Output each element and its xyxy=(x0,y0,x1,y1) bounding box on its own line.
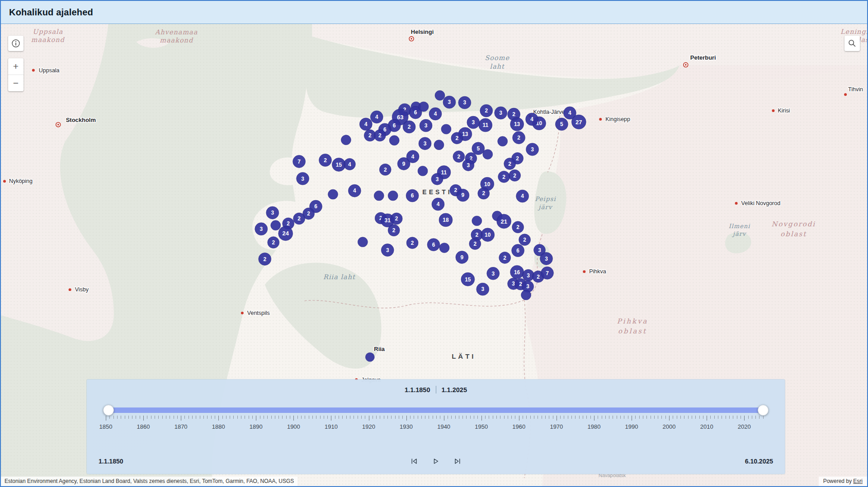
cluster-marker[interactable] xyxy=(498,136,508,146)
tick-mark xyxy=(342,416,343,419)
cluster-marker[interactable]: 2 xyxy=(519,234,531,246)
cluster-marker[interactable]: 3 xyxy=(419,137,431,150)
cluster-marker[interactable]: 10 xyxy=(481,228,495,242)
cluster-marker[interactable]: 2 xyxy=(403,121,415,133)
cluster-marker[interactable]: 24 xyxy=(278,226,293,241)
step-back-button[interactable] xyxy=(407,454,421,468)
play-button[interactable] xyxy=(429,454,443,468)
cluster-marker[interactable] xyxy=(358,237,368,247)
cluster-marker[interactable]: 2 xyxy=(391,213,402,225)
slider-track[interactable] xyxy=(106,407,766,413)
cluster-marker[interactable]: 3 xyxy=(266,206,279,219)
cluster-marker[interactable]: 2 xyxy=(379,164,391,175)
cluster-marker[interactable] xyxy=(341,135,351,145)
cluster-marker[interactable] xyxy=(483,150,493,159)
slider-thumb-end[interactable] xyxy=(758,405,769,416)
cluster-marker[interactable]: 3 xyxy=(467,116,480,129)
cluster-marker[interactable]: 2 xyxy=(268,237,279,248)
cluster-marker[interactable]: 16 xyxy=(510,265,524,279)
cluster-marker[interactable] xyxy=(388,191,398,201)
cluster-marker[interactable]: 2 xyxy=(509,169,521,181)
cluster-marker[interactable]: 15 xyxy=(461,272,475,286)
cluster-marker[interactable]: 4 xyxy=(432,198,444,211)
cluster-marker[interactable]: 3 xyxy=(526,143,539,156)
cluster-marker[interactable]: 4 xyxy=(370,111,383,123)
cluster-marker[interactable] xyxy=(434,140,444,150)
cluster-marker[interactable]: 3 xyxy=(420,119,432,132)
zoom-out-button[interactable]: − xyxy=(8,75,24,91)
cluster-marker[interactable]: 3 xyxy=(495,107,507,119)
map-container[interactable]: UppsalamaakondAhvenamaamaakondSoomelahtL… xyxy=(1,23,867,486)
cluster-marker[interactable]: 5 xyxy=(555,118,568,131)
esri-link[interactable]: Esri xyxy=(853,478,863,484)
cluster-marker[interactable]: 9 xyxy=(457,189,469,201)
cluster-marker[interactable] xyxy=(365,352,374,361)
tick-mark xyxy=(113,416,114,419)
cluster-marker[interactable] xyxy=(472,216,482,226)
cluster-marker[interactable] xyxy=(271,220,281,230)
cluster-marker[interactable]: 5 xyxy=(472,142,485,155)
cluster-marker[interactable]: 7 xyxy=(293,155,306,168)
cluster-marker[interactable]: 2 xyxy=(388,225,400,236)
slider-thumb-start[interactable] xyxy=(103,405,114,416)
cluster-marker[interactable]: 2 xyxy=(499,252,511,264)
cluster-marker[interactable]: 4 xyxy=(526,113,538,126)
cluster-marker[interactable]: 2 xyxy=(504,158,516,170)
zoom-in-button[interactable]: + xyxy=(8,58,24,75)
cluster-marker[interactable]: 13 xyxy=(510,117,524,131)
cluster-marker[interactable]: 6 xyxy=(427,239,440,251)
cluster-marker[interactable] xyxy=(441,124,451,134)
tick-year-label: 2020 xyxy=(738,423,751,430)
cluster-marker[interactable]: 27 xyxy=(571,115,586,129)
cluster-marker[interactable]: 6 xyxy=(406,189,419,202)
cluster-marker[interactable]: 2 xyxy=(480,104,493,117)
cluster-marker[interactable]: 3 xyxy=(476,283,489,295)
cluster-marker[interactable] xyxy=(328,189,338,199)
cluster-marker[interactable]: 3 xyxy=(540,253,553,265)
cluster-marker[interactable]: 3 xyxy=(443,96,456,108)
cluster-marker[interactable] xyxy=(439,243,449,253)
cluster-marker[interactable]: 4 xyxy=(348,184,361,197)
cluster-marker[interactable]: 9 xyxy=(456,251,468,264)
step-forward-button[interactable] xyxy=(451,454,464,468)
cluster-marker[interactable]: 4 xyxy=(359,118,372,131)
cluster-marker[interactable]: 2 xyxy=(498,171,510,183)
cluster-marker[interactable]: 4 xyxy=(406,150,419,163)
cluster-marker[interactable] xyxy=(418,166,428,176)
cluster-marker[interactable]: 6 xyxy=(512,244,524,257)
cluster-marker[interactable]: 2 xyxy=(406,237,418,249)
cluster-marker[interactable]: 3 xyxy=(255,223,268,235)
cluster-marker[interactable]: 2 xyxy=(374,130,386,141)
cluster-marker[interactable]: 4 xyxy=(516,190,529,202)
cluster-marker[interactable]: 2 xyxy=(259,253,271,266)
cluster-marker[interactable]: 2 xyxy=(512,221,524,233)
cluster-marker[interactable]: 3 xyxy=(431,173,443,185)
cluster-marker[interactable]: 3 xyxy=(487,267,500,280)
cluster-marker[interactable]: 4 xyxy=(344,159,355,170)
cluster-marker[interactable]: 3 xyxy=(297,172,309,185)
cluster-marker[interactable]: 2 xyxy=(513,131,525,144)
cluster-marker[interactable]: 18 xyxy=(439,213,453,227)
cluster-marker[interactable]: 21 xyxy=(497,214,511,229)
cluster-marker[interactable]: 2 xyxy=(319,154,332,167)
cluster-marker[interactable]: 3 xyxy=(458,96,471,109)
cluster-marker[interactable] xyxy=(435,90,445,100)
cluster-marker[interactable]: 3 xyxy=(381,244,394,257)
cluster-marker[interactable]: 2 xyxy=(478,187,490,199)
info-button[interactable] xyxy=(8,36,24,51)
tick-mark xyxy=(226,416,226,419)
cluster-marker[interactable] xyxy=(374,191,384,201)
cluster-marker[interactable]: 11 xyxy=(479,118,492,132)
cluster-marker[interactable]: 2 xyxy=(293,213,305,225)
cluster-marker[interactable]: 2 xyxy=(453,151,465,163)
cluster-marker[interactable]: 2 xyxy=(469,238,481,250)
cluster-marker[interactable] xyxy=(419,102,429,112)
cluster-marker[interactable]: 4 xyxy=(429,108,442,120)
cluster-marker[interactable]: 2 xyxy=(451,132,463,144)
cluster-marker[interactable] xyxy=(389,136,399,145)
cluster-marker[interactable] xyxy=(521,290,531,300)
cluster-marker[interactable]: 7 xyxy=(541,267,554,279)
cluster-marker[interactable]: 3 xyxy=(462,159,474,171)
cluster-marker[interactable]: 15 xyxy=(332,158,345,172)
search-button[interactable] xyxy=(844,36,860,51)
